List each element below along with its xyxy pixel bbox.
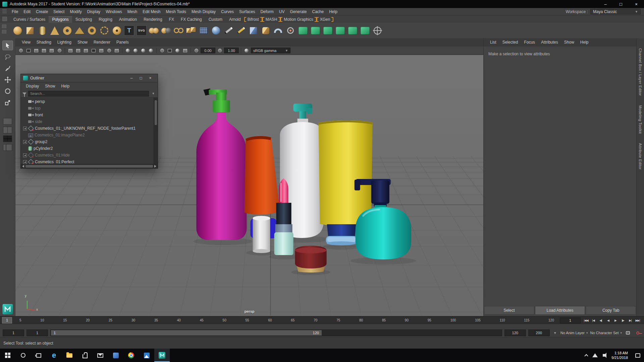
attribute-editor-menu-item[interactable]: Help xyxy=(577,40,592,45)
color-management-icon[interactable] xyxy=(243,48,250,54)
safe-action-icon[interactable] xyxy=(106,48,112,54)
shelf-tab[interactable]: Bifrost xyxy=(244,16,262,23)
notifications-icon[interactable] xyxy=(631,349,644,362)
multi-cut-icon[interactable] xyxy=(222,24,234,37)
shelf-tab[interactable]: Animation xyxy=(116,16,140,23)
menu-item[interactable]: Select xyxy=(51,9,67,14)
menu-item[interactable]: Mesh Display xyxy=(189,9,218,14)
outliner-close-button[interactable]: × xyxy=(146,76,155,80)
motion-blur-icon[interactable] xyxy=(182,48,189,54)
scale-tool-icon[interactable] xyxy=(3,98,13,107)
file-explorer-icon[interactable] xyxy=(62,349,77,362)
magenta-pump-bottle[interactable] xyxy=(196,88,247,240)
current-frame-field[interactable]: 1 xyxy=(560,317,581,323)
scroll-right-icon[interactable] xyxy=(154,165,156,168)
tab-attribute-editor[interactable]: Attribute Editor xyxy=(638,143,642,170)
outliner-item-persp[interactable]: persp xyxy=(21,98,154,105)
playback-end-field[interactable]: 120 xyxy=(504,329,526,336)
menu-item[interactable]: Help xyxy=(326,9,340,14)
outliner-search-input[interactable] xyxy=(28,91,149,97)
edge-icon[interactable]: e xyxy=(46,349,62,362)
playback-button[interactable]: ▶ xyxy=(612,317,619,324)
attribute-editor-menu-item[interactable]: Attributes xyxy=(538,40,561,45)
poly-pipe-icon[interactable] xyxy=(86,24,98,37)
expand-icon[interactable] xyxy=(23,154,27,157)
current-frame-marker[interactable]: 1 xyxy=(2,317,12,323)
expand-icon[interactable] xyxy=(23,140,27,144)
workspace-select[interactable]: Maya Classic ▼ xyxy=(590,9,641,14)
gamma-field[interactable]: 1.00 xyxy=(224,48,239,53)
menu-item[interactable]: Edit xyxy=(21,9,33,14)
minimize-button[interactable]: – xyxy=(598,0,613,8)
exposure-field[interactable]: 0.00 xyxy=(201,48,215,53)
range-end-handle[interactable]: 120 xyxy=(313,331,319,335)
menu-item[interactable]: Curves xyxy=(218,9,236,14)
filter-icon[interactable] xyxy=(22,93,26,95)
layout-outliner-persp-button[interactable] xyxy=(3,144,12,151)
ambient-occlusion-icon[interactable] xyxy=(174,48,181,54)
bookmark-icon[interactable] xyxy=(41,48,47,54)
select-button[interactable]: Select xyxy=(484,306,534,315)
tool-settings-icon[interactable] xyxy=(371,24,383,37)
range-start-handle[interactable]: 1 xyxy=(54,331,56,335)
task-view-icon[interactable] xyxy=(31,349,46,362)
menu-item[interactable]: Generate xyxy=(287,9,309,14)
close-button[interactable]: × xyxy=(629,0,644,8)
poly-sphere-icon[interactable] xyxy=(11,24,23,37)
playback-button[interactable]: |◀ xyxy=(590,317,597,324)
outliner-item-hide[interactable]: Cosmetics_01:Hide xyxy=(21,152,154,159)
outliner-item-pcylinder2[interactable]: pCylinder2 xyxy=(21,145,154,152)
animation-start-field[interactable]: 1 xyxy=(3,329,24,336)
playback-button[interactable]: ◀| xyxy=(597,317,604,324)
symmetry-icon[interactable] xyxy=(359,24,371,37)
shelf-tab[interactable]: FX Caching xyxy=(177,16,205,23)
use-default-material-icon[interactable] xyxy=(148,48,154,54)
outliner-menu-help[interactable]: Help xyxy=(58,84,72,88)
shelf-tab[interactable]: FX xyxy=(166,16,177,23)
outliner-vertical-scrollbar[interactable] xyxy=(154,98,158,164)
menu-item[interactable]: Cache xyxy=(309,9,326,14)
paint-select-tool-icon[interactable] xyxy=(3,64,13,73)
pan-zoom-icon[interactable] xyxy=(56,48,63,54)
scrollbar-thumb[interactable] xyxy=(155,100,157,125)
outliner-item-perfect[interactable]: Cosmetics_01:Perfect xyxy=(21,159,154,164)
panel-menu-item[interactable]: Panels xyxy=(113,40,132,45)
scrollbar-thumb[interactable] xyxy=(25,165,153,168)
search-icon[interactable] xyxy=(15,349,31,362)
panel-menu-item[interactable]: Show xyxy=(74,40,91,45)
poly-torus-icon[interactable] xyxy=(61,24,73,37)
boolean-difference-icon[interactable] xyxy=(160,24,172,37)
expand-icon[interactable] xyxy=(23,127,27,130)
auto-keyframe-icon[interactable] xyxy=(634,329,641,336)
poly-cube-icon[interactable] xyxy=(24,24,36,37)
menu-item[interactable]: Mesh xyxy=(125,9,140,14)
exposure-icon[interactable] xyxy=(193,48,200,54)
menu-item[interactable]: Create xyxy=(33,9,51,14)
outliner-maximize-button[interactable]: □ xyxy=(136,76,146,80)
boolean-union-icon[interactable] xyxy=(148,24,160,37)
shelf-tab[interactable]: Curves / Surfaces xyxy=(10,16,49,23)
white-cylinder-bottle[interactable] xyxy=(253,216,270,253)
panel-menu-item[interactable]: Lighting xyxy=(54,40,74,45)
menu-item[interactable]: File xyxy=(9,9,21,14)
store-icon[interactable] xyxy=(77,349,93,362)
playback-button[interactable]: ◀ xyxy=(604,317,612,324)
mail-icon[interactable] xyxy=(93,349,108,362)
maximize-button[interactable]: □ xyxy=(613,0,629,8)
time-slider-track[interactable]: 1 51015202530354045505560657075808590951… xyxy=(0,316,558,324)
taskbar-clock[interactable]: 1:18 AM 9/21/2018 xyxy=(608,351,631,360)
wireframe-icon[interactable] xyxy=(124,48,131,54)
shelf-tab[interactable]: Rendering xyxy=(140,16,165,23)
menu-item[interactable]: Display xyxy=(85,9,103,14)
outliner-item-fosterparent[interactable]: Cosmetics_01:_UNKNOWN_REF_NODE_fosterPar… xyxy=(21,125,154,132)
outliner-minimize-button[interactable]: – xyxy=(127,76,136,80)
range-slider-track[interactable]: 1 120 xyxy=(50,329,502,336)
anim-layer-select[interactable]: No Anim Layer ▾ xyxy=(560,331,588,335)
shadows-icon[interactable] xyxy=(166,48,173,54)
network-icon[interactable] xyxy=(591,349,599,362)
outliner-menu-show[interactable]: Show xyxy=(42,84,58,88)
shelf-options-icon[interactable] xyxy=(2,24,6,28)
attribute-editor-menu-item[interactable]: Selected xyxy=(499,40,521,45)
shelf-tab[interactable]: Custom xyxy=(205,16,226,23)
red-jar[interactable] xyxy=(295,246,327,273)
